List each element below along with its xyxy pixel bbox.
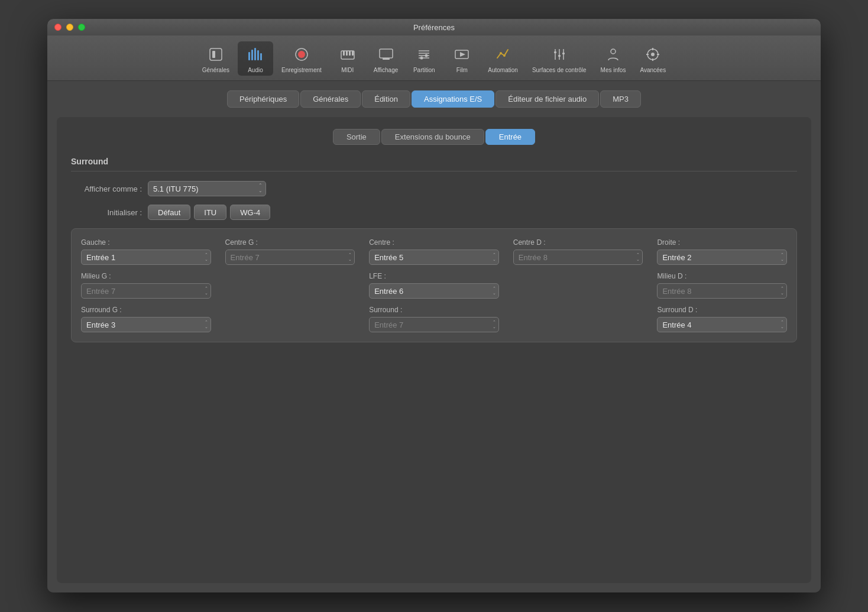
cell-centre-d: Centre D : Entrée 8 [506,238,650,265]
traffic-lights [54,24,85,31]
svg-point-26 [503,54,506,57]
surround-d-select[interactable]: Entrée 4 [657,317,787,332]
droite-select-wrapper: Entrée 2 [657,250,787,265]
affichage-icon [375,44,397,65]
surround-grid: Gauche : Entrée 1 Centre G : [71,228,797,342]
svg-point-25 [500,52,502,54]
window-title: Préférences [413,23,455,32]
centre-d-select-wrapper: Entrée 8 [513,250,643,265]
svg-rect-0 [210,48,222,60]
minimize-button[interactable] [66,24,73,31]
svg-rect-11 [346,51,348,56]
toolbar-item-surfaces[interactable]: Surfaces de contrôle [526,41,592,76]
avancees-icon [642,44,663,65]
toolbar-item-midi[interactable]: MIDI [330,41,365,76]
midi-label: MIDI [341,67,354,73]
svg-rect-30 [554,51,556,53]
surround-g-select[interactable]: Entrée 3 [81,317,211,332]
svg-rect-12 [349,51,351,56]
affichage-label: Affichage [374,67,399,73]
partition-label: Partition [413,67,435,73]
svg-point-21 [420,57,423,60]
toolbar-item-automation[interactable]: Automation [482,41,524,76]
btn-defaut[interactable]: Défaut [148,205,190,220]
tab-peripheriques[interactable]: Périphériques [227,90,299,108]
tab-assignations[interactable]: Assignations E/S [412,90,494,108]
svg-rect-6 [260,53,262,60]
cell-surround: Surround : Entrée 7 [362,306,506,332]
sub-tab-bar: Sortie Extensions du bounce Entrée [71,129,797,145]
cell-lfe: LFE : Entrée 6 [362,272,506,299]
content-area: Périphériques Générales Édition Assignat… [47,81,821,592]
toolbar-item-film[interactable]: Film [444,41,480,76]
afficher-label: Afficher comme : [71,184,142,193]
tab-edition[interactable]: Édition [362,90,410,108]
svg-rect-4 [254,48,256,60]
milieu-g-label: Milieu G : [81,272,211,280]
gauche-label: Gauche : [81,238,211,247]
milieu-g-select[interactable]: Entrée 7 [81,283,211,299]
close-button[interactable] [54,24,61,31]
svg-rect-3 [251,50,253,60]
cell-droite: Droite : Entrée 2 [650,238,787,265]
afficher-row: Afficher comme : 5.1 (ITU 775) 5.1 7.1 7… [71,181,797,196]
milieu-d-label: Milieu D : [657,272,787,280]
toolbar-item-audio[interactable]: Audio [238,41,273,76]
svg-point-35 [651,53,655,56]
cell-surround-g: Surround G : Entrée 3 [81,306,218,332]
afficher-select[interactable]: 5.1 (ITU 775) 5.1 7.1 7.1 SDDS [148,181,266,196]
svg-rect-1 [212,51,215,58]
surround-d-label: Surround D : [657,306,787,314]
surround-center-select[interactable]: Entrée 7 [369,317,499,332]
svg-point-33 [611,49,616,54]
centre-g-select[interactable]: Entrée 7 [225,250,355,265]
centre-select[interactable]: Entrée 5 [369,250,499,265]
svg-rect-10 [343,51,345,56]
surfaces-label: Surfaces de contrôle [532,67,587,73]
toolbar-item-enregistrement[interactable]: Enregistrement [276,41,328,76]
sub-tab-entree[interactable]: Entrée [485,129,535,145]
inner-panel: Sortie Extensions du bounce Entrée Surro… [57,117,811,583]
sub-tab-extensions[interactable]: Extensions du bounce [381,129,484,145]
toolbar: Générales Audio Enregistr [47,35,821,81]
toolbar-item-generales[interactable]: Générales [196,41,235,76]
surround-g-label: Surround G : [81,306,211,314]
centre-select-wrapper: Entrée 5 [369,250,499,265]
tab-generales[interactable]: Générales [300,90,361,108]
centre-g-select-wrapper: Entrée 7 [225,250,355,265]
milieu-d-select[interactable]: Entrée 8 [657,283,787,299]
film-icon [451,44,472,65]
initialiser-row: Initialiser : Défaut ITU WG-4 [71,205,797,220]
surround-g-select-wrapper: Entrée 3 [81,317,211,332]
centre-d-select[interactable]: Entrée 8 [513,250,643,265]
toolbar-item-mesinfos[interactable]: Mes infos [595,41,632,76]
cell-gauche: Gauche : Entrée 1 [81,238,218,265]
gauche-select-wrapper: Entrée 1 [81,250,211,265]
svg-rect-13 [352,51,354,56]
svg-rect-32 [562,53,565,54]
lfe-select[interactable]: Entrée 6 [369,283,499,299]
surround-center-label: Surround : [369,306,499,314]
gauche-select[interactable]: Entrée 1 [81,250,211,265]
surround-d-select-wrapper: Entrée 4 [657,317,787,332]
film-label: Film [456,67,468,73]
droite-select[interactable]: Entrée 2 [657,250,787,265]
svg-rect-5 [257,50,259,60]
tab-editeur[interactable]: Éditeur de fichier audio [495,90,599,108]
toolbar-item-affichage[interactable]: Affichage [368,41,404,76]
svg-rect-14 [380,49,393,58]
toolbar-item-avancees[interactable]: Avancées [634,41,672,76]
btn-itu[interactable]: ITU [194,205,226,220]
cell-centre: Centre : Entrée 5 [362,238,506,265]
toolbar-item-partition[interactable]: Partition [406,41,442,76]
maximize-button[interactable] [78,24,85,31]
initialiser-buttons: Défaut ITU WG-4 [148,205,270,220]
grid-row-3: Surround G : Entrée 3 [81,306,787,332]
btn-wg4[interactable]: WG-4 [230,205,270,220]
svg-rect-31 [558,55,561,57]
cell-milieu-d: Milieu D : Entrée 8 [650,272,787,299]
generales-label: Générales [202,67,229,73]
sub-tab-sortie[interactable]: Sortie [333,129,380,145]
cell-surround-d: Surround D : Entrée 4 [650,306,787,332]
tab-mp3[interactable]: MP3 [600,90,641,108]
